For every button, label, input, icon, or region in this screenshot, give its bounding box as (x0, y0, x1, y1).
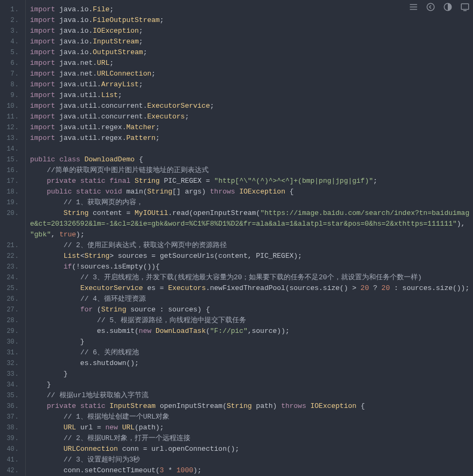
line-number: 31 (0, 347, 21, 358)
code-line: import java.util.ArrayList; (30, 79, 473, 90)
line-number: 20 (0, 208, 21, 240)
token-type: String (147, 188, 173, 196)
token-type: DownloadDemo (84, 155, 135, 163)
line-number: 36 (0, 401, 21, 412)
code-line: // 6、关闭线程池 (30, 347, 473, 358)
token-plain: PIC_REGEX = (160, 177, 214, 185)
token-plain (30, 284, 80, 292)
token-plain: { (135, 155, 143, 163)
token-type: URL (97, 59, 109, 67)
token-type: InputStream (109, 402, 156, 410)
line-number: 23 (0, 262, 21, 272)
token-plain: java.io. (55, 38, 93, 46)
token-plain: java.io. (55, 5, 93, 13)
token-kw: if (63, 263, 72, 271)
token-kw: private (47, 402, 76, 410)
token-kw: new (105, 423, 117, 432)
editor-toolbar (409, 2, 470, 14)
line-number: 8 (0, 79, 21, 90)
code-line: import java.util.concurrent.ExecutorServ… (30, 101, 473, 111)
fullscreen-icon[interactable] (460, 2, 470, 14)
line-number: 18 (0, 187, 21, 197)
line-number: 39 (0, 433, 21, 444)
token-plain: { (285, 188, 294, 196)
code-line: import java.net.URLConnection; (30, 69, 473, 79)
line-number: 6 (0, 58, 21, 69)
line-gutter: 1234567891011121314151617181920212223242… (0, 0, 26, 476)
code-line: } (30, 369, 473, 380)
code-line: es.submit(new DownLoadTask("F://pic",sou… (30, 326, 473, 337)
token-cmt: // 6、关闭线程池 (80, 348, 139, 356)
line-number: 40 (0, 444, 21, 455)
token-plain (118, 423, 122, 432)
token-type: FileOutputStream (93, 16, 160, 24)
token-plain (30, 423, 63, 432)
token-plain: content = (88, 209, 135, 217)
code-line: private static final String PIC_REGEX = … (30, 176, 473, 187)
token-type: ExecutorService (147, 102, 210, 110)
code-line: String content = MyIOUtil.read(openInput… (30, 208, 473, 240)
code-area[interactable]: import java.io.File;import java.io.FileO… (26, 0, 473, 476)
token-plain: > sources = getSourceUrls(content, PIC_R… (109, 252, 302, 260)
token-plain (30, 188, 47, 196)
token-type: Matcher (126, 123, 156, 131)
token-plain: es.submit( (30, 327, 139, 335)
token-cmt: // 3、设置超时间为3秒 (63, 456, 140, 464)
line-number: 22 (0, 251, 21, 262)
code-line: import java.net.URL; (30, 58, 473, 69)
token-plain: ,source)); (248, 327, 290, 335)
token-type: InputStream (93, 38, 139, 46)
contrast-icon[interactable] (443, 2, 453, 14)
token-plain (306, 402, 311, 410)
token-plain (30, 391, 47, 399)
token-type: String (63, 209, 88, 217)
token-type: URL (122, 423, 135, 432)
token-plain: conn = url.openConnection(); (118, 445, 239, 453)
token-plain: ; (139, 27, 143, 35)
token-plain: : sources.size()); (390, 284, 469, 292)
token-plain: ; (118, 91, 122, 99)
token-cmt: // 3、开启线程池，并发下载(线程池最大容量为20；如果要下载的任务不足20个… (80, 273, 422, 281)
line-number: 12 (0, 122, 21, 133)
token-str: "http[^\"^(^)^>^<^]+(bmp|png|jpg|gif)" (214, 177, 373, 185)
token-type: IOException (311, 402, 357, 410)
line-number: 34 (0, 380, 21, 390)
token-type: URLConnection (63, 445, 117, 453)
token-plain: conn.setConnectTimeout( (30, 466, 160, 474)
code-line (30, 144, 473, 154)
token-num: 1000 (176, 466, 193, 474)
code-line: //简单的获取网页中图片图片链接地址的正则表达式 (30, 165, 473, 176)
token-kw: import (30, 48, 55, 56)
token-kw: import (30, 91, 55, 99)
token-type: List (101, 91, 118, 99)
token-plain (76, 177, 80, 185)
line-number: 42 (0, 465, 21, 476)
svg-rect-2 (461, 4, 469, 10)
line-number: 19 (0, 197, 21, 208)
token-plain (30, 241, 63, 249)
line-number: 10 (0, 101, 21, 111)
token-kw: throws (281, 402, 306, 410)
code-line: URL url = new URL(path); (30, 422, 473, 433)
token-plain (151, 327, 156, 335)
token-num: 20 (381, 284, 390, 292)
token-kw: class (60, 155, 80, 163)
back-icon[interactable] (426, 2, 435, 14)
token-plain: .newFixedThreadPool(sources.size() > (206, 284, 361, 292)
token-plain (30, 434, 63, 442)
svg-rect-3 (463, 10, 467, 11)
token-plain: ); (76, 230, 85, 239)
token-plain: java.util.regex. (55, 134, 127, 142)
token-cmt: // 2、使用正则表达式，获取这个网页中的资源路径 (63, 241, 226, 249)
line-number: 2 (0, 15, 21, 26)
code-line: } (30, 380, 473, 390)
line-number: 14 (0, 144, 21, 154)
token-plain (30, 316, 97, 324)
token-type: List (63, 252, 80, 260)
code-line: if(!sources.isEmpty()){ (30, 262, 473, 272)
token-plain: } (30, 381, 51, 389)
token-plain (30, 306, 80, 314)
list-icon[interactable] (409, 2, 418, 14)
token-plain (55, 155, 60, 163)
token-plain (30, 456, 63, 464)
